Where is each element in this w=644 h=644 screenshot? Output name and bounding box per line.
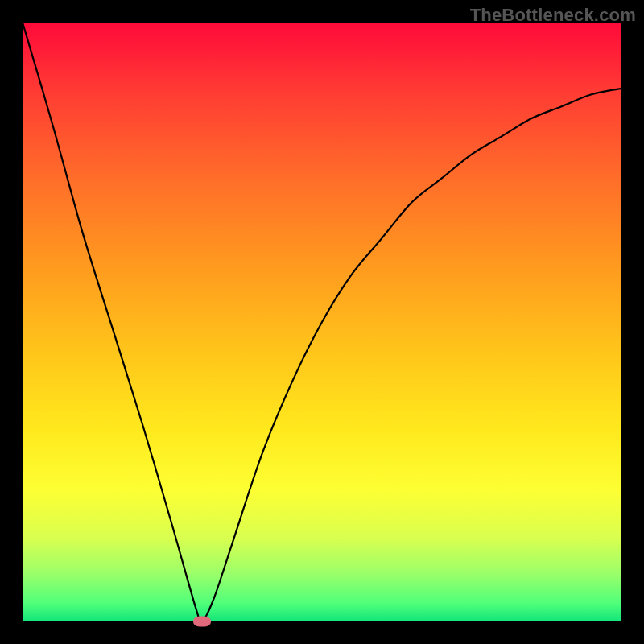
plot-area: [23, 23, 621, 621]
minimum-marker: [193, 617, 211, 627]
watermark-text: TheBottleneck.com: [470, 5, 636, 26]
chart-frame: TheBottleneck.com: [0, 0, 644, 644]
bottleneck-curve: [23, 23, 621, 621]
